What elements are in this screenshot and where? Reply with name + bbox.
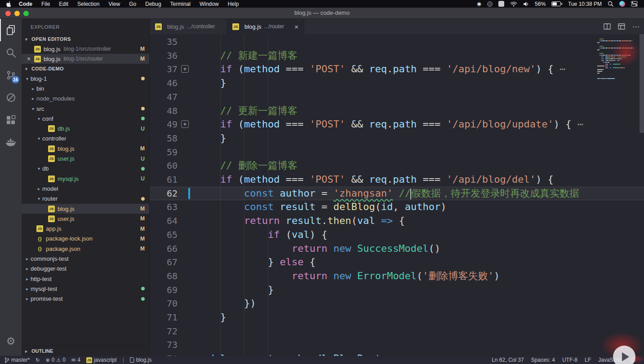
close-window-button[interactable] <box>5 11 11 16</box>
tree-file-user.js[interactable]: JSuser.jsU <box>22 153 149 163</box>
tree-folder-promise-test[interactable]: ▸promise-test <box>22 294 149 304</box>
siri-icon[interactable] <box>619 1 625 7</box>
active-file-status[interactable]: blog.js <box>130 357 152 363</box>
code-line[interactable]: 49+ if (method === 'POST' && req.path ==… <box>150 118 644 132</box>
wifi-icon[interactable] <box>510 1 517 7</box>
feedback-status[interactable]: ✉ 4 <box>71 357 80 363</box>
code-text[interactable]: } else { <box>196 255 644 269</box>
code-line[interactable]: 58 } <box>150 132 644 145</box>
code-text[interactable]: if (method === 'POST' && req.path === '/… <box>196 62 644 76</box>
code-line[interactable]: 47 <box>150 90 644 104</box>
fold-indicator[interactable]: + <box>181 65 189 73</box>
sync-button[interactable]: ↻ <box>36 357 40 363</box>
code-line[interactable]: 37+ if (method === 'POST' && req.path ==… <box>150 62 644 76</box>
code-text[interactable] <box>196 338 644 352</box>
code-text[interactable]: } <box>196 283 644 297</box>
code-line[interactable]: 48 // 更新一篇博客 <box>150 104 644 118</box>
code-line[interactable]: 63 const result = delBlog(id, author) <box>150 200 644 214</box>
zoom-window-button[interactable] <box>23 11 29 16</box>
tree-file-package.json[interactable]: {}package.jsonM <box>22 244 149 254</box>
tree-folder-db[interactable]: ▾db <box>22 164 149 174</box>
editor-tab[interactable]: JSblog.js.../router× <box>227 19 304 34</box>
code-text[interactable]: } <box>196 76 644 90</box>
code-line[interactable]: 72 <box>150 325 644 338</box>
menu-item-terminal[interactable]: Terminal <box>170 1 191 7</box>
code-line[interactable]: 65 if (val) { <box>150 228 644 242</box>
code-text[interactable]: const result = delBlog(id, author) <box>196 200 644 214</box>
code-line[interactable]: 74module.exports = handleBlogRouter <box>150 352 644 356</box>
tree-folder-blog-1[interactable]: ▾blog-1 <box>22 74 149 83</box>
tree-file-package-lock.json[interactable]: {}package-lock.jsonM <box>22 234 149 244</box>
menu-item-window[interactable]: Window <box>200 1 219 7</box>
code-text[interactable]: if (method === 'POST' && req.path === '/… <box>196 173 644 187</box>
tree-folder-src[interactable]: ▾src <box>22 104 149 114</box>
menu-item-help[interactable]: Help <box>228 1 239 7</box>
explorer-icon[interactable] <box>0 19 22 41</box>
code-line[interactable]: 61 if (method === 'POST' && req.path ===… <box>150 173 644 187</box>
tree-folder-conf[interactable]: ▾conf <box>22 114 149 123</box>
tree-folder-bin[interactable]: ▸bin <box>22 83 149 93</box>
menu-item-view[interactable]: View <box>108 1 120 7</box>
problems-status[interactable]: ⊗ 0 ⚠ 0 <box>46 357 66 363</box>
search-icon[interactable] <box>0 41 22 64</box>
code-text[interactable]: return new ErrorModel('删除博客失败') <box>196 269 644 283</box>
encoding-status[interactable]: UTF-8 <box>562 357 577 363</box>
menu-item-file[interactable]: File <box>41 1 50 7</box>
window-title-bar[interactable]: blog.js — code-demo <box>0 8 644 19</box>
code-line[interactable]: 35 <box>150 35 644 49</box>
editor-layout-icon[interactable] <box>618 23 625 30</box>
code-text[interactable]: // 删除一篇博客 <box>196 159 644 173</box>
tree-file-app.js[interactable]: JSapp.jsM <box>22 224 149 233</box>
volume-icon[interactable] <box>523 1 529 7</box>
code-text[interactable]: }) <box>196 297 644 311</box>
battery-icon[interactable] <box>551 1 562 6</box>
menu-item-code[interactable]: Code <box>19 1 32 7</box>
code-text[interactable] <box>196 90 644 104</box>
outline-section-header[interactable]: ▸ OUTLINE <box>22 346 149 356</box>
code-line[interactable]: 71 } <box>150 311 644 325</box>
app-status-icon[interactable] <box>487 1 493 7</box>
code-text[interactable] <box>196 145 644 159</box>
split-editor-icon[interactable] <box>604 23 611 30</box>
language-mode-status[interactable]: JS javascript <box>86 357 117 363</box>
code-text[interactable]: module.exports = handleBlogRouter <box>196 352 644 356</box>
more-actions-icon[interactable]: ⋯ <box>632 22 640 31</box>
minimap[interactable] <box>597 37 637 80</box>
tree-folder-commonjs-test[interactable]: ▸commonjs-test <box>22 254 149 263</box>
tree-folder-router[interactable]: ▾router <box>22 194 149 204</box>
editor-tab[interactable]: JSblog.js.../controller <box>150 19 227 34</box>
tree-folder-model[interactable]: ▸model <box>22 184 149 193</box>
minimize-window-button[interactable] <box>14 11 20 16</box>
fold-indicator[interactable]: + <box>181 120 189 128</box>
code-text[interactable]: if (val) { <box>196 228 644 242</box>
tree-file-db.js[interactable]: JSdb.jsU <box>22 123 149 133</box>
close-editor-icon[interactable]: × <box>27 55 34 62</box>
code-text[interactable] <box>196 325 644 338</box>
debug-icon[interactable] <box>0 86 22 109</box>
cursor-position[interactable]: Ln 62, Col 37 <box>492 357 524 363</box>
git-branch-status[interactable]: master* <box>4 357 30 363</box>
menu-item-edit[interactable]: Edit <box>59 1 68 7</box>
spotlight-search-icon[interactable] <box>608 1 613 7</box>
code-text[interactable]: const author = 'zhangsan' //假数据，待开发登录时再改… <box>196 187 644 201</box>
tree-folder-mysql-test[interactable]: ▸mysql-test <box>22 284 149 294</box>
code-editor[interactable]: 3536 // 新建一篇博客37+ if (method === 'POST' … <box>150 34 644 356</box>
code-text[interactable]: // 新建一篇博客 <box>196 49 644 63</box>
open-editor-item[interactable]: JSblog.jsblog-1/src/controllerM <box>22 44 149 54</box>
code-text[interactable]: return new SuccessModel() <box>196 242 644 256</box>
input-source-icon[interactable] <box>498 1 504 7</box>
docker-icon[interactable] <box>0 131 22 153</box>
code-text[interactable]: if (method === 'POST' && req.path === '/… <box>196 118 644 132</box>
code-line[interactable]: 60 // 删除一篇博客 <box>150 159 644 173</box>
tree-file-user.js[interactable]: JSuser.jsM <box>22 214 149 224</box>
code-line[interactable]: 69 } <box>150 283 644 297</box>
code-text[interactable] <box>196 35 644 49</box>
close-tab-icon[interactable]: × <box>291 23 298 31</box>
code-line[interactable]: 70 }) <box>150 297 644 311</box>
menu-item-selection[interactable]: Selection <box>77 1 99 7</box>
code-line[interactable]: 73 <box>150 338 644 352</box>
tree-folder-http-test[interactable]: ▸http-test <box>22 274 149 284</box>
tree-file-mysql.js[interactable]: JSmysql.jsU <box>22 174 149 184</box>
extensions-icon[interactable] <box>0 109 22 131</box>
code-text[interactable]: return result.then(val => { <box>196 214 644 228</box>
